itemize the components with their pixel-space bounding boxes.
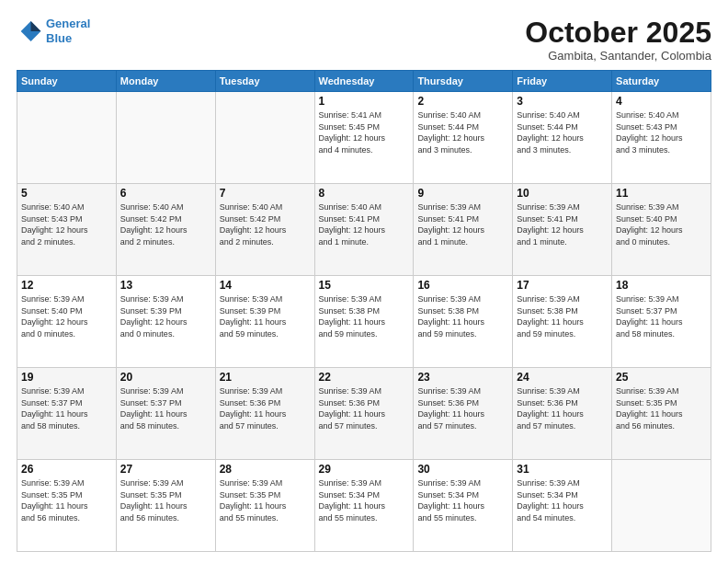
day-number: 8 (319, 187, 410, 200)
day-number: 15 (319, 279, 410, 292)
calendar-week-row: 19Sunrise: 5:39 AM Sunset: 5:37 PM Dayli… (17, 368, 711, 460)
table-row: 1Sunrise: 5:41 AM Sunset: 5:45 PM Daylig… (314, 92, 414, 184)
day-number: 14 (220, 279, 311, 292)
day-number: 10 (517, 187, 608, 200)
table-row: 21Sunrise: 5:39 AM Sunset: 5:36 PM Dayli… (215, 368, 314, 460)
calendar-header-row: Sunday Monday Tuesday Wednesday Thursday… (17, 71, 711, 92)
day-number: 20 (120, 371, 211, 384)
calendar-week-row: 26Sunrise: 5:39 AM Sunset: 5:35 PM Dayli… (17, 460, 711, 552)
day-info: Sunrise: 5:39 AM Sunset: 5:38 PM Dayligh… (417, 293, 508, 339)
logo: General Blue (17, 17, 90, 45)
col-saturday: Saturday (612, 71, 711, 92)
day-info: Sunrise: 5:39 AM Sunset: 5:35 PM Dayligh… (220, 477, 311, 523)
day-info: Sunrise: 5:39 AM Sunset: 5:38 PM Dayligh… (517, 293, 608, 339)
col-monday: Monday (116, 71, 215, 92)
day-info: Sunrise: 5:39 AM Sunset: 5:39 PM Dayligh… (220, 293, 311, 339)
day-number: 9 (417, 187, 508, 200)
table-row: 5Sunrise: 5:40 AM Sunset: 5:43 PM Daylig… (17, 184, 117, 276)
table-row: 4Sunrise: 5:40 AM Sunset: 5:43 PM Daylig… (612, 92, 711, 184)
header-right: October 2025 Gambita, Santander, Colombi… (525, 17, 711, 63)
day-info: Sunrise: 5:40 AM Sunset: 5:44 PM Dayligh… (417, 109, 508, 155)
day-number: 16 (417, 279, 508, 292)
day-number: 31 (517, 463, 608, 476)
day-info: Sunrise: 5:39 AM Sunset: 5:37 PM Dayligh… (120, 385, 211, 431)
table-row: 30Sunrise: 5:39 AM Sunset: 5:34 PM Dayli… (414, 460, 513, 552)
day-number: 26 (21, 463, 112, 476)
table-row: 22Sunrise: 5:39 AM Sunset: 5:36 PM Dayli… (314, 368, 414, 460)
day-info: Sunrise: 5:39 AM Sunset: 5:41 PM Dayligh… (417, 201, 508, 247)
logo-text: General Blue (46, 17, 90, 45)
day-number: 12 (21, 279, 112, 292)
day-number: 24 (517, 371, 608, 384)
day-number: 22 (319, 371, 410, 384)
table-row: 11Sunrise: 5:39 AM Sunset: 5:40 PM Dayli… (612, 184, 711, 276)
day-info: Sunrise: 5:39 AM Sunset: 5:38 PM Dayligh… (319, 293, 410, 339)
table-row: 8Sunrise: 5:40 AM Sunset: 5:41 PM Daylig… (314, 184, 414, 276)
day-info: Sunrise: 5:39 AM Sunset: 5:39 PM Dayligh… (120, 293, 211, 339)
table-row: 7Sunrise: 5:40 AM Sunset: 5:42 PM Daylig… (215, 184, 314, 276)
day-number: 6 (120, 187, 211, 200)
day-number: 18 (616, 279, 707, 292)
table-row: 16Sunrise: 5:39 AM Sunset: 5:38 PM Dayli… (414, 276, 513, 368)
day-number: 19 (21, 371, 112, 384)
table-row: 28Sunrise: 5:39 AM Sunset: 5:35 PM Dayli… (215, 460, 314, 552)
table-row: 19Sunrise: 5:39 AM Sunset: 5:37 PM Dayli… (17, 368, 117, 460)
day-number: 17 (517, 279, 608, 292)
calendar-week-row: 5Sunrise: 5:40 AM Sunset: 5:43 PM Daylig… (17, 184, 711, 276)
day-number: 1 (319, 95, 410, 108)
day-number: 27 (120, 463, 211, 476)
day-info: Sunrise: 5:39 AM Sunset: 5:35 PM Dayligh… (616, 385, 707, 431)
table-row (612, 460, 711, 552)
table-row: 31Sunrise: 5:39 AM Sunset: 5:34 PM Dayli… (513, 460, 612, 552)
logo-icon (17, 18, 42, 44)
table-row: 14Sunrise: 5:39 AM Sunset: 5:39 PM Dayli… (215, 276, 314, 368)
table-row: 15Sunrise: 5:39 AM Sunset: 5:38 PM Dayli… (314, 276, 414, 368)
table-row: 6Sunrise: 5:40 AM Sunset: 5:42 PM Daylig… (116, 184, 215, 276)
day-number: 30 (417, 463, 508, 476)
table-row: 10Sunrise: 5:39 AM Sunset: 5:41 PM Dayli… (513, 184, 612, 276)
calendar-week-row: 1Sunrise: 5:41 AM Sunset: 5:45 PM Daylig… (17, 92, 711, 184)
table-row (17, 92, 117, 184)
day-info: Sunrise: 5:39 AM Sunset: 5:36 PM Dayligh… (517, 385, 608, 431)
day-info: Sunrise: 5:39 AM Sunset: 5:34 PM Dayligh… (319, 477, 410, 523)
day-info: Sunrise: 5:41 AM Sunset: 5:45 PM Dayligh… (319, 109, 410, 155)
table-row: 23Sunrise: 5:39 AM Sunset: 5:36 PM Dayli… (414, 368, 513, 460)
day-info: Sunrise: 5:39 AM Sunset: 5:34 PM Dayligh… (417, 477, 508, 523)
table-row: 25Sunrise: 5:39 AM Sunset: 5:35 PM Dayli… (612, 368, 711, 460)
table-row: 17Sunrise: 5:39 AM Sunset: 5:38 PM Dayli… (513, 276, 612, 368)
col-wednesday: Wednesday (314, 71, 414, 92)
col-tuesday: Tuesday (215, 71, 314, 92)
table-row: 29Sunrise: 5:39 AM Sunset: 5:34 PM Dayli… (314, 460, 414, 552)
day-number: 5 (21, 187, 112, 200)
day-number: 29 (319, 463, 410, 476)
day-info: Sunrise: 5:39 AM Sunset: 5:35 PM Dayligh… (120, 477, 211, 523)
day-number: 4 (616, 95, 707, 108)
day-info: Sunrise: 5:39 AM Sunset: 5:37 PM Dayligh… (21, 385, 112, 431)
day-info: Sunrise: 5:40 AM Sunset: 5:41 PM Dayligh… (319, 201, 410, 247)
day-info: Sunrise: 5:39 AM Sunset: 5:40 PM Dayligh… (616, 201, 707, 247)
day-number: 7 (220, 187, 311, 200)
col-thursday: Thursday (414, 71, 513, 92)
location: Gambita, Santander, Colombia (525, 49, 711, 63)
day-info: Sunrise: 5:39 AM Sunset: 5:41 PM Dayligh… (517, 201, 608, 247)
svg-marker-1 (31, 21, 41, 31)
table-row: 18Sunrise: 5:39 AM Sunset: 5:37 PM Dayli… (612, 276, 711, 368)
table-row: 26Sunrise: 5:39 AM Sunset: 5:35 PM Dayli… (17, 460, 117, 552)
top-section: General Blue October 2025 Gambita, Santa… (17, 17, 711, 63)
logo-line1: General (46, 17, 90, 30)
table-row (116, 92, 215, 184)
table-row: 3Sunrise: 5:40 AM Sunset: 5:44 PM Daylig… (513, 92, 612, 184)
day-info: Sunrise: 5:39 AM Sunset: 5:37 PM Dayligh… (616, 293, 707, 339)
table-row (215, 92, 314, 184)
day-number: 23 (417, 371, 508, 384)
day-info: Sunrise: 5:39 AM Sunset: 5:36 PM Dayligh… (220, 385, 311, 431)
day-number: 11 (616, 187, 707, 200)
day-number: 13 (120, 279, 211, 292)
table-row: 13Sunrise: 5:39 AM Sunset: 5:39 PM Dayli… (116, 276, 215, 368)
day-number: 28 (220, 463, 311, 476)
day-info: Sunrise: 5:39 AM Sunset: 5:40 PM Dayligh… (21, 293, 112, 339)
table-row: 24Sunrise: 5:39 AM Sunset: 5:36 PM Dayli… (513, 368, 612, 460)
day-info: Sunrise: 5:39 AM Sunset: 5:35 PM Dayligh… (21, 477, 112, 523)
day-number: 2 (417, 95, 508, 108)
day-info: Sunrise: 5:40 AM Sunset: 5:42 PM Dayligh… (120, 201, 211, 247)
